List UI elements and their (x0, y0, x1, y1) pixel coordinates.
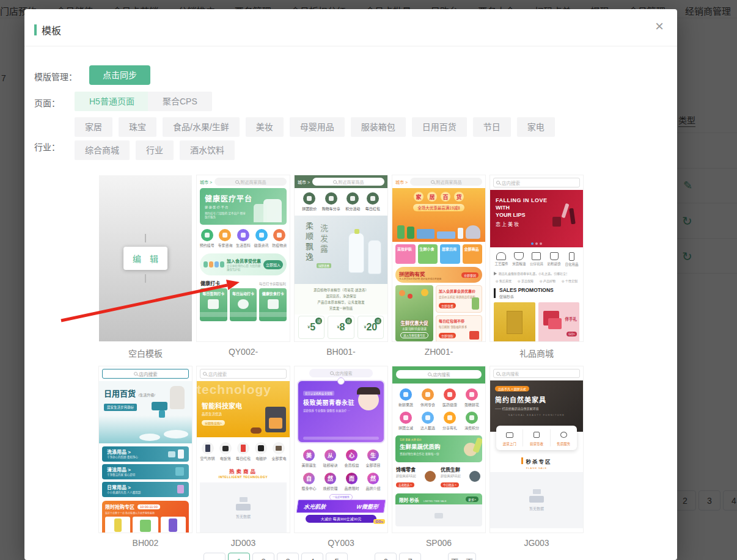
flash-product[interactable]: 强效洗衣液 (161, 517, 186, 533)
snack-section[interactable]: 馋嘴零食 超值满减3元起 去逛精选 > (396, 466, 437, 489)
pager-page[interactable]: 6 (375, 553, 397, 560)
template-thumb-gift[interactable]: 店内搜索 FALLING IN LOVE WITH YOUR LIPS 恋上美妆… (490, 175, 583, 341)
banner-pill[interactable]: 分期免息购> (202, 420, 225, 426)
pager-next[interactable]: 下一页 (448, 553, 476, 560)
banner-vertical-text-1: 柔顺飘逸 (303, 222, 315, 263)
section-accent-bar (494, 288, 496, 298)
pager-prev[interactable]: ‹ (204, 553, 226, 560)
template-thumb-qy002[interactable]: 城市 > 附近商家商品 健康医疗平台 健·康·医·疗·平·台 预约挂号 门诊取药… (197, 175, 290, 341)
coupon-card[interactable]: ¥5 领 (298, 316, 324, 339)
promo-banner[interactable]: 一站式年轻服务 水光肌肤 W微整形 大减价 每满300立减30元 GO» (297, 500, 385, 523)
flash-product[interactable]: 柠檬洗洁精 (105, 517, 130, 533)
category-card-fresh[interactable]: 生鲜小食 (418, 244, 438, 264)
industry-tag-apparel[interactable]: 服装箱包 (351, 117, 406, 137)
redpacket-card[interactable]: 每日红包领不停 每日刷新 领取福利多多 立即领取 (436, 315, 482, 341)
edit-button[interactable]: 编 辑 (123, 247, 167, 270)
industry-tag-industry[interactable]: 行业 (136, 140, 174, 160)
coupon-card[interactable]: ¥8 领 (328, 316, 354, 339)
industry-tag-drinks[interactable]: 酒水饮料 (180, 140, 235, 160)
template-thumb-jg003[interactable]: 店内搜索 品质不凡 × 圆梦方式 简约自然美家具 —— 打造优雅舒适自然美家环境… (490, 366, 583, 533)
banner-subtitle: —— 打造优雅舒适自然美家环境 (495, 406, 578, 410)
promo-go-button[interactable]: GO» (373, 519, 385, 524)
category-row-clean[interactable]: 清洁用品 > 干净整洁的家 省心舒坦 (102, 464, 189, 479)
template-thumb-bh001[interactable]: 城市 > 附近商家商品 拼团砍价 购物车分享 积分活动 每日红包 柔顺飘逸 洗发… (295, 175, 387, 341)
template-card-bh001: 城市 > 附近商家商品 拼团砍价 购物车分享 积分活动 每日红包 柔顺飘逸 洗发… (295, 175, 387, 358)
industry-tag-baby[interactable]: 母婴用品 (290, 117, 345, 137)
decor-doctor (254, 204, 267, 222)
cat-icon[interactable]: 拼团立减 (395, 412, 417, 431)
beauty-nav-item[interactable]: 然品牌介绍 (362, 473, 384, 491)
industry-tag-jewelry[interactable]: 珠宝 (119, 117, 156, 137)
industry-tag-beauty[interactable]: 美妆 (246, 117, 284, 137)
card-button[interactable]: 立即查看 (439, 303, 456, 308)
fresh-button[interactable]: 进入生鲜优惠专区 (400, 332, 428, 338)
cat-icon[interactable]: 分享有礼 (439, 412, 461, 431)
template-thumb-blank[interactable]: 编 辑 (99, 175, 192, 341)
industry-tag-festival[interactable]: 节日 (473, 117, 511, 137)
flash-product[interactable]: 竹浆本色抽纸 (133, 517, 158, 533)
category-row-wash[interactable]: 洗涤用品 > 干净放心的照顾 柔和净心 (102, 446, 189, 462)
beauty-nav-item[interactable]: 然焕颜管理 (320, 473, 341, 491)
tab-h5-page[interactable]: H5普通页面 (75, 92, 149, 111)
beauty-nav-item[interactable]: 自瘦身中心 (298, 473, 320, 491)
template-thumb-sp006[interactable]: 店内搜索 新鲜果蔬 休闲零食 医药健康 蛋糕鲜花 拼团立减 达人甄选 分享有礼 … (392, 366, 485, 533)
promo-tile-souvenir[interactable]: 伴手礼 GO> (538, 302, 580, 341)
category-row-daily[interactable]: 日常用品 > 小小普通的东西 人人都用到 (102, 482, 189, 497)
template-thumb-zh001[interactable]: 城市 > 附近商家商品 家 居 百 货 全场大优惠最高满19减8 (392, 175, 485, 341)
flash-sale-panel[interactable]: 限时抢购专区 10:00-11:00 指定十点至十一点 热点狂潮火力全开等你来抢… (102, 501, 189, 533)
cat-icon[interactable]: 休闲零食 (417, 388, 439, 407)
checkin-card[interactable]: 健康饮食打卡 (259, 288, 287, 321)
section-button[interactable]: 今日精选 > (441, 482, 459, 487)
beauty-nav-item[interactable]: 而品质限时 (341, 473, 362, 491)
flash-more-button[interactable]: 更多> (466, 496, 479, 502)
industry-tag-appliance[interactable]: 家电 (517, 117, 555, 137)
beauty-nav-item[interactable]: 生全部项目 (362, 449, 384, 468)
checkin-card[interactable]: 每日运动打卡 (230, 288, 257, 321)
pager-page[interactable]: 4 (301, 553, 323, 560)
coupon-claim-badge: 领 (375, 318, 381, 324)
industry-tag-mall[interactable]: 综合商城 (75, 140, 130, 160)
pager-page-active[interactable]: 1 (228, 553, 250, 560)
vip-join-button[interactable]: 立即加入 (263, 260, 283, 269)
vip-price-card[interactable]: 加入会员享会员优惠价 会员价五折起 热销商品任意购 立即查看 (436, 285, 482, 313)
cat-icon[interactable]: 达人甄选 (417, 412, 439, 431)
coupon-card[interactable]: ¥20 领 (358, 316, 384, 339)
cat-icon[interactable]: 消费积分 (461, 412, 483, 431)
strip-button[interactable]: 立即参团 (461, 272, 479, 278)
notice-bar: 精品礼盒焕新登场尊享礼遇，小礼之选，引爆社交！ (490, 269, 583, 277)
groupbuy-strip[interactable]: 拼团购有奖 多人拼团低价购好物 邀好友拼成功率更高 立即参团 (395, 267, 482, 283)
cat-icon[interactable]: 新鲜果蔬 (395, 388, 417, 407)
template-thumb-bh002[interactable]: 店内搜索 日用百货 /生活升级/ 居家生活岁月静好 洗涤用品 > 干净放心的照顾… (99, 366, 192, 533)
pager-page[interactable]: 2 (252, 553, 274, 560)
category-card-daily[interactable]: 居家日用 (440, 244, 460, 264)
checkin-card[interactable]: 每日签到打卡 (200, 288, 227, 321)
promo-tile-giftbox[interactable] (494, 302, 535, 341)
tab-aggregate-cps[interactable]: 聚合CPS (148, 92, 212, 111)
sync-button[interactable]: 点击同步 (89, 65, 150, 85)
pager-page[interactable]: 7 (399, 553, 421, 560)
close-icon[interactable]: × (655, 19, 664, 34)
category-card-beauty[interactable]: 美妆护肤 (395, 244, 416, 264)
beauty-nav-item[interactable]: 心会员权益 (341, 449, 362, 468)
industry-tag-home[interactable]: 家居 (75, 117, 112, 137)
beauty-nav-item[interactable]: 从驻颜秘诀 (320, 449, 341, 468)
fresh-section[interactable]: 优质生鲜 超值满减5元起 今日精选 > (441, 466, 482, 489)
cat-icon[interactable]: 蛋糕鲜花 (461, 388, 483, 407)
card-button[interactable]: 立即领取 (439, 333, 456, 338)
section-button[interactable]: 去逛精选 > (396, 482, 414, 487)
tile-go-button[interactable]: GO> (566, 332, 577, 336)
decor-product (175, 467, 184, 476)
fresh-promo-card[interactable]: 生鲜优惠大促 水果/海鲜/肉类/蔬菜 进入生鲜优惠专区 (395, 285, 433, 341)
pager-page[interactable]: 3 (277, 553, 299, 560)
template-thumb-jd003[interactable]: 店内搜索 technology 智能科技家电 品质生活优选 分期免息购> 空气炸… (197, 366, 290, 533)
beauty-nav-item[interactable]: 美美丽诞生 (298, 449, 320, 468)
pager-page[interactable]: 5 (326, 553, 348, 560)
promo-subtitle: 大减价 每满300立减30元 (306, 515, 376, 523)
industry-tag-daily[interactable]: 日用百货 (412, 117, 467, 137)
template-thumb-qy003[interactable]: 店内搜索 官方认证机构安全保障 极致美丽青春永驻 逆龄保养 专业焕肤 微整形 抗… (295, 366, 387, 533)
industry-tag-food[interactable]: 食品/水果/生鲜 (163, 117, 240, 137)
cat-icon[interactable]: 医药健康 (439, 388, 461, 407)
category-card-all[interactable]: 全部商品 (463, 244, 483, 264)
fresh-banner[interactable]: 生鲜·果蔬 大牌·低价 生鲜果蔬优质购 资质好物生鲜合作社·新鲜每一份 (395, 435, 482, 462)
flash-strip[interactable]: 限时·秒杀 LIMITED TIME SALE 更多> (395, 493, 482, 504)
